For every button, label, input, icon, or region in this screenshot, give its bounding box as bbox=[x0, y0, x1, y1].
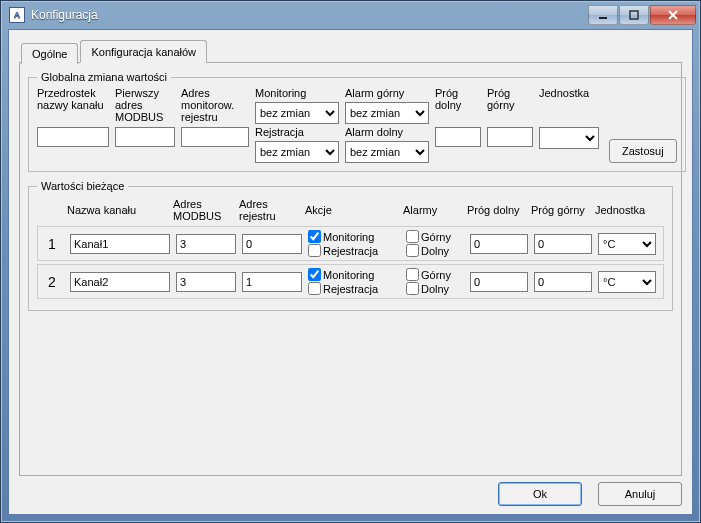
minimize-button[interactable] bbox=[588, 5, 618, 25]
row-name-input[interactable] bbox=[70, 234, 170, 254]
first-modbus-label: Pierwszy adres MODBUS bbox=[115, 87, 175, 125]
config-window: A Konfiguracja Ogólne Konfiguracja kanał… bbox=[0, 0, 701, 523]
row-index: 1 bbox=[40, 236, 64, 252]
maximize-button[interactable] bbox=[619, 5, 649, 25]
hdr-actions: Akcje bbox=[305, 204, 397, 216]
row-unit-select[interactable]: °C bbox=[598, 271, 656, 293]
row-unit-select[interactable]: °C bbox=[598, 233, 656, 255]
hdr-name: Nazwa kanału bbox=[67, 204, 167, 216]
apply-button[interactable]: Zastosuj bbox=[609, 139, 677, 163]
alarm-upper-select[interactable]: bez zmian bbox=[345, 102, 429, 124]
hdr-high: Próg górny bbox=[531, 204, 589, 216]
current-values-legend: Wartości bieżące bbox=[37, 180, 128, 192]
row-low-input[interactable] bbox=[470, 234, 528, 254]
table-row: 1MonitoringRejestracjaGórnyDolny°C bbox=[37, 226, 664, 261]
dialog-footer: Ok Anuluj bbox=[19, 476, 682, 506]
client-area: Ogólne Konfiguracja kanałów Globalna zmi… bbox=[8, 29, 693, 515]
row-monitoring-checkbox[interactable] bbox=[308, 230, 321, 243]
hdr-unit: Jednostka bbox=[595, 204, 653, 216]
maximize-icon bbox=[629, 10, 639, 20]
high-threshold-input[interactable] bbox=[487, 127, 533, 147]
tab-channels[interactable]: Konfiguracja kanałów bbox=[80, 40, 207, 63]
hdr-modbus: Adres MODBUS bbox=[173, 198, 233, 222]
close-button[interactable] bbox=[650, 5, 696, 25]
row-modbus-input[interactable] bbox=[176, 234, 236, 254]
alarm-upper-label: Alarm górny bbox=[345, 87, 429, 99]
row-registration-checkbox[interactable] bbox=[308, 282, 321, 295]
row-alarm-lower-checkbox[interactable] bbox=[406, 244, 419, 257]
app-icon: A bbox=[9, 7, 25, 23]
alarm-lower-label: Alarm dolny bbox=[345, 126, 429, 138]
prefix-input[interactable] bbox=[37, 127, 109, 147]
row-alarm-lower-checkbox[interactable] bbox=[406, 282, 419, 295]
minimize-icon bbox=[598, 10, 608, 20]
current-values-group: Wartości bieżące Nazwa kanału Adres MODB… bbox=[28, 180, 673, 311]
grid-header: Nazwa kanału Adres MODBUS Adres rejestru… bbox=[37, 198, 664, 222]
low-threshold-input[interactable] bbox=[435, 127, 481, 147]
row-reg-input[interactable] bbox=[242, 234, 302, 254]
svg-rect-1 bbox=[630, 11, 638, 19]
mon-reg-label: Adres monitorow. rejestru bbox=[181, 87, 249, 125]
hdr-low: Próg dolny bbox=[467, 204, 525, 216]
first-modbus-input[interactable] bbox=[115, 127, 175, 147]
row-high-input[interactable] bbox=[534, 234, 592, 254]
unit-label: Jednostka bbox=[539, 87, 599, 125]
row-name-input[interactable] bbox=[70, 272, 170, 292]
tab-strip: Ogólne Konfiguracja kanałów bbox=[19, 40, 682, 63]
hdr-alarms: Alarmy bbox=[403, 204, 461, 216]
registration-label: Rejstracja bbox=[255, 126, 339, 138]
mon-reg-input[interactable] bbox=[181, 127, 249, 147]
row-reg-input[interactable] bbox=[242, 272, 302, 292]
titlebar[interactable]: A Konfiguracja bbox=[1, 1, 700, 29]
row-high-input[interactable] bbox=[534, 272, 592, 292]
table-row: 2MonitoringRejestracjaGórnyDolny°C bbox=[37, 264, 664, 299]
row-alarm-upper-checkbox[interactable] bbox=[406, 230, 419, 243]
row-alarm-upper-checkbox[interactable] bbox=[406, 268, 419, 281]
row-registration-checkbox[interactable] bbox=[308, 244, 321, 257]
monitoring-select[interactable]: bez zmian bbox=[255, 102, 339, 124]
tab-general[interactable]: Ogólne bbox=[21, 43, 78, 64]
row-monitoring-checkbox[interactable] bbox=[308, 268, 321, 281]
tabpage-channels: Globalna zmiana wartości Przedrostek naz… bbox=[19, 62, 682, 476]
cancel-button[interactable]: Anuluj bbox=[598, 482, 682, 506]
window-title: Konfiguracja bbox=[31, 8, 587, 22]
row-index: 2 bbox=[40, 274, 64, 290]
registration-select[interactable]: bez zmian bbox=[255, 141, 339, 163]
row-modbus-input[interactable] bbox=[176, 272, 236, 292]
hdr-reg: Adres rejestru bbox=[239, 198, 299, 222]
ok-button[interactable]: Ok bbox=[498, 482, 582, 506]
unit-select[interactable] bbox=[539, 127, 599, 149]
monitoring-label: Monitoring bbox=[255, 87, 339, 99]
row-low-input[interactable] bbox=[470, 272, 528, 292]
global-change-legend: Globalna zmiana wartości bbox=[37, 71, 171, 83]
global-change-group: Globalna zmiana wartości Przedrostek naz… bbox=[28, 71, 686, 172]
low-threshold-label: Próg dolny bbox=[435, 87, 481, 125]
alarm-lower-select[interactable]: bez zmian bbox=[345, 141, 429, 163]
prefix-label: Przedrostek nazwy kanału bbox=[37, 87, 109, 125]
high-threshold-label: Próg górny bbox=[487, 87, 533, 125]
close-icon bbox=[667, 10, 679, 20]
grid-body: 1MonitoringRejestracjaGórnyDolny°C2Monit… bbox=[37, 226, 664, 299]
